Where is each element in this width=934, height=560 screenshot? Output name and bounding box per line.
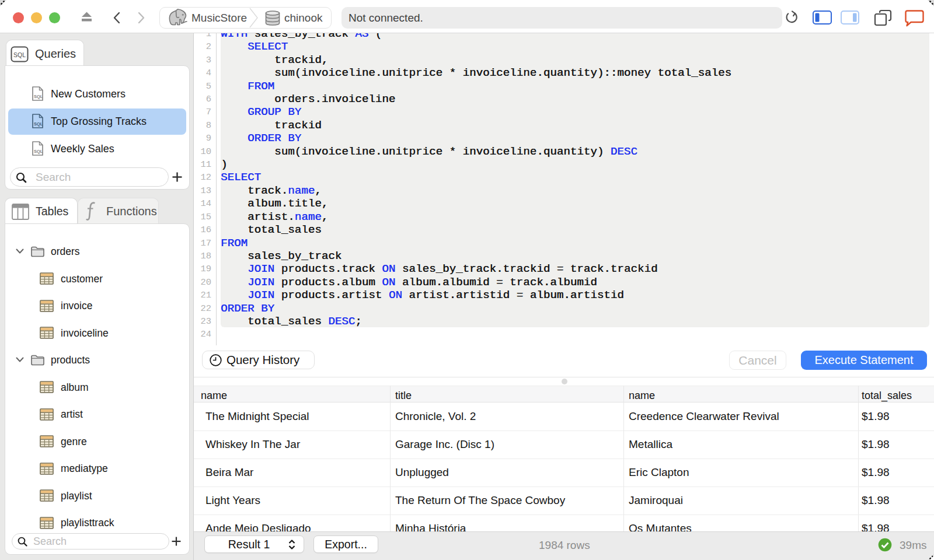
svg-text:SQL: SQL — [34, 149, 43, 154]
svg-text:SQL: SQL — [34, 94, 43, 99]
svg-text:SQL: SQL — [34, 121, 43, 127]
svg-text:SQL: SQL — [13, 51, 26, 58]
